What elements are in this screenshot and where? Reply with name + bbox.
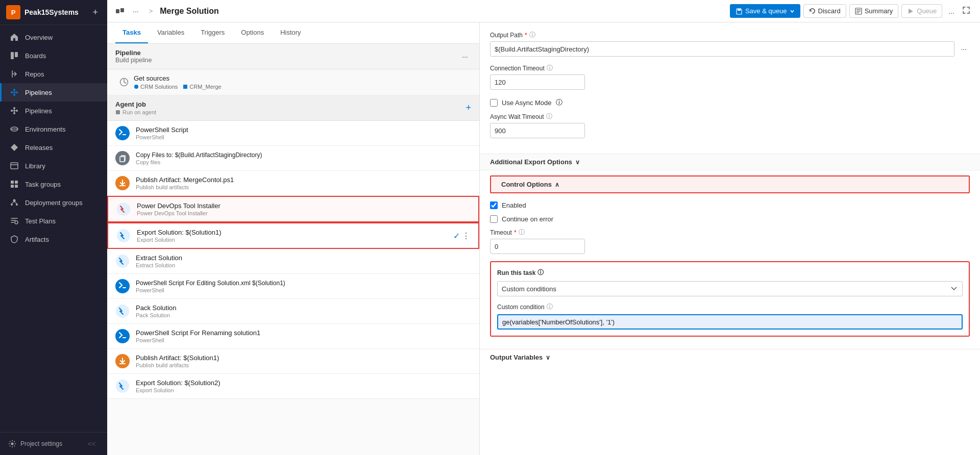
- sidebar-item-releases-label: Releases: [25, 144, 53, 151]
- task-item[interactable]: Copy Files to: $(Build.ArtifactStagingDi…: [107, 146, 479, 171]
- task-item[interactable]: Pack Solution Pack Solution: [107, 299, 479, 324]
- get-sources-icon: [119, 78, 129, 87]
- pipeline-more-button[interactable]: ···: [459, 50, 471, 63]
- connection-timeout-label: Connection Timeout ⓘ: [490, 64, 970, 72]
- continue-on-error-checkbox[interactable]: [490, 215, 498, 223]
- svg-rect-32: [738, 9, 741, 11]
- output-path-more-button[interactable]: ···: [958, 43, 970, 55]
- task-item[interactable]: PowerShell Script PowerShell: [107, 121, 479, 146]
- async-wait-info-icon[interactable]: ⓘ: [546, 112, 552, 121]
- timeout-info-icon[interactable]: ⓘ: [519, 228, 525, 237]
- sidebar-item-task-groups[interactable]: Task groups: [0, 175, 107, 193]
- tab-triggers[interactable]: Triggers: [193, 22, 232, 43]
- output-variables-section[interactable]: Output Variables ∨: [480, 349, 980, 365]
- sidebar-item-environments[interactable]: Environments: [0, 120, 107, 138]
- sidebar-item-artifacts-label: Artifacts: [25, 236, 49, 243]
- additional-export-options-section[interactable]: Additional Export Options ∨: [480, 154, 980, 170]
- task-more-button[interactable]: ⋮: [462, 231, 470, 241]
- add-org-button[interactable]: +: [89, 6, 101, 19]
- connection-timeout-info-icon[interactable]: ⓘ: [547, 64, 553, 72]
- svg-rect-22: [15, 185, 18, 188]
- task-item[interactable]: Extract Solution Extract Solution: [107, 249, 479, 274]
- svg-rect-17: [11, 163, 18, 169]
- tabs-bar: Tasks Variables Triggers Options History: [107, 22, 479, 44]
- custom-condition-info-icon[interactable]: ⓘ: [547, 302, 553, 311]
- sidebar-item-pipelines2[interactable]: Pipelines: [0, 102, 107, 120]
- sidebar-collapse-button[interactable]: <<: [85, 438, 99, 450]
- pipeline-section-header: Pipeline Build pipeline ···: [107, 44, 479, 69]
- source-crm-solutions: CRM Solutions: [134, 84, 178, 90]
- svg-point-4: [13, 94, 15, 96]
- save-queue-button[interactable]: Save & queue: [730, 4, 800, 18]
- enabled-checkbox[interactable]: [490, 201, 498, 209]
- task-item[interactable]: Publish Artifact: $(Solution1) Publish b…: [107, 349, 479, 374]
- agent-job-header[interactable]: Agent job Run on agent +: [107, 95, 479, 121]
- sidebar-item-task-groups-label: Task groups: [25, 181, 61, 188]
- settings-icon: [8, 440, 16, 448]
- run-this-task-select[interactable]: Custom conditions: [497, 281, 963, 296]
- output-path-input[interactable]: $(Build.ArtifactStagingDirectory): [490, 41, 954, 57]
- project-settings-item[interactable]: Project settings: [8, 440, 62, 448]
- task-icon-ps: [115, 126, 130, 140]
- tab-tasks[interactable]: Tasks: [115, 22, 148, 43]
- connection-timeout-input[interactable]: 120: [490, 74, 585, 90]
- expand-button[interactable]: [961, 6, 972, 16]
- pipeline-subtitle: Build pipeline: [115, 57, 152, 64]
- queue-button[interactable]: Queue: [901, 4, 942, 18]
- pipelines2-icon: [10, 106, 19, 115]
- task-item[interactable]: Export Solution: $(Solution2) Export Sol…: [107, 374, 479, 399]
- sidebar-item-boards[interactable]: Boards: [0, 46, 107, 65]
- output-path-info-icon[interactable]: ⓘ: [529, 31, 535, 39]
- library-icon: [10, 161, 19, 170]
- pipeline-area: Tasks Variables Triggers Options History: [107, 22, 980, 455]
- add-task-button[interactable]: +: [465, 103, 471, 113]
- task-name: Publish Artifact: MergeContol.ps1: [136, 176, 471, 184]
- svg-rect-48: [119, 363, 126, 364]
- tab-history[interactable]: History: [273, 22, 308, 43]
- tab-options[interactable]: Options: [234, 22, 271, 43]
- sidebar-item-test-plans[interactable]: Test Plans: [0, 212, 107, 230]
- get-sources-item[interactable]: Get sources CRM Solutions CRM_Merge: [107, 69, 479, 95]
- task-info: Publish Artifact: MergeContol.ps1 Publis…: [136, 176, 471, 190]
- task-item-export-selected[interactable]: Export Solution: $(Solution1) Export Sol…: [107, 222, 479, 249]
- org-name[interactable]: P Peak15Systems: [6, 5, 79, 19]
- sidebar-item-overview[interactable]: Overview: [0, 28, 107, 46]
- use-async-mode-checkbox[interactable]: [490, 99, 498, 107]
- svg-rect-1: [15, 52, 18, 57]
- discard-button[interactable]: Discard: [803, 4, 846, 18]
- run-this-task-info-icon[interactable]: ⓘ: [537, 268, 544, 277]
- task-item[interactable]: PowerShell Script For Renaming solution1…: [107, 324, 479, 349]
- control-options-section[interactable]: Control Options ∧: [490, 175, 970, 193]
- sidebar-item-deployment-groups[interactable]: Deployment groups: [0, 193, 107, 212]
- timeout-input[interactable]: 0: [490, 239, 585, 254]
- svg-point-3: [13, 89, 15, 91]
- topbar-ellipsis-button[interactable]: ...: [945, 5, 958, 17]
- sidebar-item-artifacts[interactable]: Artifacts: [0, 230, 107, 248]
- svg-rect-0: [11, 52, 14, 59]
- task-item[interactable]: PowerShell Script For Editing Solution.x…: [107, 274, 479, 299]
- save-icon: [736, 8, 743, 15]
- sidebar-item-library[interactable]: Library: [0, 157, 107, 175]
- task-sub: Copy files: [136, 159, 471, 165]
- artifacts-icon: [10, 235, 19, 244]
- sidebar-item-repos[interactable]: Repos: [0, 65, 107, 83]
- svg-rect-40: [183, 85, 187, 89]
- async-wait-timeout-input[interactable]: 900: [490, 123, 585, 138]
- use-async-info-icon[interactable]: ⓘ: [556, 98, 562, 107]
- test-plans-icon: [10, 216, 19, 225]
- task-item[interactable]: Publish Artifact: MergeContol.ps1 Publis…: [107, 171, 479, 196]
- task-item-selected[interactable]: Power DevOps Tool Installer Power DevOps…: [107, 196, 479, 222]
- task-info: Export Solution: $(Solution1) Export Sol…: [137, 229, 447, 243]
- output-path-input-row: $(Build.ArtifactStagingDirectory) ···: [490, 41, 970, 57]
- summary-button[interactable]: Summary: [849, 4, 899, 18]
- sidebar-item-releases[interactable]: Releases: [0, 138, 107, 157]
- use-async-mode-row: Use Async Mode ⓘ: [490, 97, 970, 108]
- task-sub: Export Solution: [136, 387, 471, 393]
- custom-condition-input[interactable]: ge(variables['NumberOfSolutions'], '1'): [497, 314, 963, 330]
- svg-point-11: [16, 110, 18, 112]
- discard-icon: [809, 8, 816, 14]
- sidebar-item-pipelines[interactable]: Pipelines: [0, 83, 107, 102]
- tab-variables[interactable]: Variables: [150, 22, 191, 43]
- topbar-more-button[interactable]: ···: [130, 5, 142, 17]
- task-sub: PowerShell: [136, 337, 471, 343]
